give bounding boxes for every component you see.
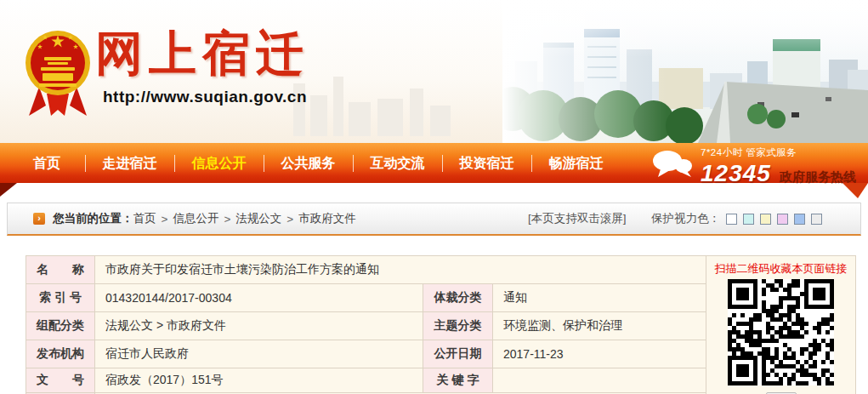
breadcrumb-link-city-gov-docs[interactable]: 市政府文件 [298,211,356,226]
doc-info-table: 名 称 市政府关于印发宿迁市土壤污染防治工作方案的通知 扫描二维码收藏本页面链接… [26,255,856,394]
field-label-group-category: 组配分类 [26,312,94,340]
field-label-topic-category: 主题分类 [423,312,492,340]
field-value-genre-category: 通知 [493,284,706,311]
breadcrumb-prefix: 您当前的位置： [53,211,133,226]
city-photo [502,0,868,143]
field-value-publish-date: 2017-11-23 [493,340,706,368]
main-nav: 首页 走进宿迁 信息公开 公共服务 互动交流 投资宿迁 畅游宿迁 7*24小时 … [0,143,868,183]
hotline-hours: 7*24小时 管家式服务 [701,146,856,159]
breadcrumb-link-info-disclosure[interactable]: 信息公开 [173,211,218,226]
qr-caption: 扫描二维码收藏本页面链接 [706,261,855,277]
breadcrumb: › 您当前的位置： 首页 > 信息公开 > 法规公文 > 市政府文件 [33,203,356,234]
breadcrumb-arrow-icon: › [33,213,45,225]
nav-item-travel-suqian[interactable]: 畅游宿迁 [531,143,621,183]
field-value-keywords [493,368,706,392]
field-value-doc-number: 宿政发（2017）151号 [95,368,423,392]
hotline-number: 12345 [701,160,771,187]
vision-color-picker: 保护视力色： [651,203,822,234]
vision-color-swatch-cyan[interactable] [743,214,754,225]
skyline-watermark [410,89,423,136]
nav-menu: 首页 走进宿迁 信息公开 公共服务 互动交流 投资宿迁 畅游宿迁 [9,143,621,183]
vision-color-swatch-pink[interactable] [777,214,788,225]
breadcrumb-bar: › 您当前的位置： 首页 > 信息公开 > 法规公文 > 市政府文件 [本页支持… [7,203,861,236]
field-label-index-number: 索 引 号 [26,284,94,311]
breadcrumb-separator: > [286,213,293,226]
field-value-topic-category: 环境监测、保护和治理 [493,312,706,340]
qr-panel: 扫描二维码收藏本页面链接 [706,256,855,394]
skyline-watermark [333,77,343,136]
vision-color-swatch-yellow[interactable] [760,214,771,225]
vision-color-swatch-white[interactable] [726,214,737,225]
field-value-index-number: 014320144/2017-00304 [95,284,423,311]
breadcrumb-link-home[interactable]: 首页 [133,211,156,226]
breadcrumb-link-regulations[interactable]: 法规公文 [235,211,281,226]
chat-bubbles-icon [651,150,694,182]
national-emblem-icon [24,19,92,123]
service-hotline: 7*24小时 管家式服务 12345 政府服务热线 [701,146,856,187]
site-title: 网上宿迁 [95,22,309,87]
nav-item-about-suqian[interactable]: 走进宿迁 [85,143,174,183]
site-header: 网上宿迁 http://www.suqian.gov.cn [0,0,868,143]
site-url: http://www.suqian.gov.cn [103,88,307,106]
skyline-watermark [377,99,403,136]
field-label-doc-number: 文 号 [26,368,94,392]
ribbon-tail-right [842,183,868,198]
field-value-name: 市政府关于印发宿迁市土壤污染防治工作方案的通知 [95,256,706,283]
field-label-keywords: 关 键 字 [423,368,492,392]
breadcrumb-separator: > [162,213,168,226]
field-label-genre-category: 体裁分类 [423,284,492,311]
skyline-watermark [310,95,327,136]
breadcrumb-separator: > [224,213,230,226]
field-value-issuing-agency: 宿迁市人民政府 [95,340,423,368]
skyline-watermark [430,106,451,136]
skyline-watermark [349,102,371,136]
nav-item-info-disclosure[interactable]: 信息公开 [174,143,264,183]
nav-item-invest-suqian[interactable]: 投资宿迁 [442,143,531,183]
vision-color-swatch-gray[interactable] [811,214,822,225]
qr-code [728,279,834,385]
field-value-group-category: 法规公文 > 市政府文件 [95,312,423,340]
field-label-issuing-agency: 发布机构 [26,340,94,368]
nav-item-public-services[interactable]: 公共服务 [264,143,353,183]
field-label-publish-date: 公开日期 [423,340,492,368]
nav-item-home[interactable]: 首页 [9,143,85,183]
ribbon-fold-left [0,183,17,197]
vision-color-swatch-blue[interactable] [794,214,805,225]
nav-item-interaction[interactable]: 互动交流 [353,143,442,183]
double-click-scroll-tip: [本页支持双击滚屏] [528,203,627,234]
field-label-name: 名 称 [26,256,94,283]
vision-color-label: 保护视力色： [651,211,720,226]
